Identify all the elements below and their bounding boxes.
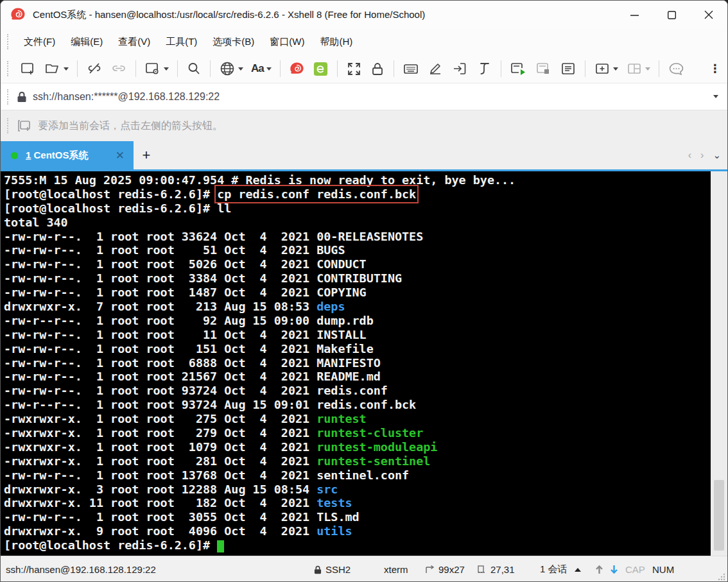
xftp-logo-icon[interactable]: [309, 58, 332, 80]
more-options-icon[interactable]: ⋮: [709, 62, 721, 76]
tab-scroll-right-icon[interactable]: ›: [700, 150, 704, 161]
menu-item[interactable]: 窗口(W): [262, 33, 312, 51]
terminal-line: drwxrwxr-x. 7 root root 213 Aug 15 08:53…: [4, 300, 711, 314]
session-properties-dropdown-icon[interactable]: [164, 67, 169, 71]
terminal-scrollbar[interactable]: [711, 171, 727, 556]
fullscreen-icon[interactable]: [343, 58, 365, 80]
disconnect-icon[interactable]: [83, 58, 106, 79]
session-list-icon[interactable]: [575, 568, 581, 572]
terminal-line: -rw-rw-r--. 1 root root 93724 Oct 4 2021…: [4, 384, 711, 398]
minimize-button[interactable]: [616, 1, 653, 29]
terminal-line: -rw-rw-r--. 1 root root 51 Oct 4 2021 BU…: [4, 243, 711, 257]
file-name: CONTRIBUTING: [316, 271, 402, 285]
addressbar-drag-handle[interactable]: [7, 89, 11, 105]
menubar-drag-handle[interactable]: [7, 34, 11, 49]
address-lock-icon: [16, 90, 28, 103]
session-properties-icon[interactable]: [141, 58, 172, 79]
screen-size-icon: [424, 565, 435, 575]
stop-script-icon[interactable]: [532, 58, 555, 79]
new-session-icon[interactable]: [17, 58, 40, 79]
terminal-line: -rwxrwxr-x. 1 root root 275 Oct 4 2021 r…: [4, 412, 711, 426]
address-url[interactable]: ssh://hansen:******@192.168.128.129:22: [33, 91, 220, 103]
font-label: Aa: [251, 62, 264, 75]
terminal-line: drwxrwxr-x. 9 root root 4096 Oct 4 2021 …: [4, 524, 711, 538]
menu-item[interactable]: 帮助(H): [312, 33, 360, 51]
scrollbar-thumb[interactable]: [714, 480, 724, 551]
file-name: BUGS: [316, 243, 345, 257]
file-name: dump.rdb: [316, 314, 374, 327]
split-pane-dropdown-icon[interactable]: [645, 67, 650, 71]
file-name: runtest-moduleapi: [316, 440, 437, 454]
file-name: tests: [316, 496, 352, 509]
font-dropdown-icon[interactable]: [266, 67, 272, 71]
tab-label: 1 CentOS系统: [26, 150, 89, 162]
new-tab-button[interactable]: +: [134, 141, 159, 169]
menu-item[interactable]: 工具(T): [158, 33, 205, 51]
status-num-lock: NUM: [652, 556, 674, 582]
compose-pane-icon[interactable]: [424, 58, 447, 79]
split-pane-icon[interactable]: [623, 58, 654, 79]
menu-item[interactable]: 文件(F): [16, 33, 63, 51]
menu-item[interactable]: 选项卡(B): [205, 33, 262, 51]
new-tab-dropdown-icon[interactable]: [613, 67, 618, 71]
tab-bar: 1 CentOS系统 ✕ + ‹ › ⌄: [1, 141, 727, 169]
scroll-up-icon[interactable]: [594, 564, 604, 575]
file-name: README.md: [316, 370, 381, 383]
title-bar: CentOS系统 - hansen@localhost:/usr/local/s…: [1, 1, 727, 29]
terminal-line: [root@localhost redis-6.2.6]#: [4, 538, 711, 552]
encoding-globe-icon[interactable]: [216, 58, 247, 80]
add-session-hint-icon: [16, 118, 33, 133]
terminal-line: -rw-r--r--. 1 root root 92 Aug 15 09:00 …: [4, 314, 711, 328]
menu-item[interactable]: 查看(V): [110, 33, 158, 51]
file-name: redis.conf.bck: [316, 398, 416, 411]
terminal-line: [root@localhost redis-6.2.6]# ll: [4, 201, 711, 216]
tab-close-icon[interactable]: ✕: [113, 149, 127, 162]
terminal-line: -rw-rw-r--. 1 root root 13768 Oct 4 2021…: [4, 468, 711, 483]
terminal-line: [root@localhost redis-6.2.6]# cp redis.c…: [4, 187, 711, 201]
file-name: sentinel.conf: [316, 468, 409, 482]
open-session-dropdown-icon[interactable]: [64, 67, 69, 71]
open-session-icon[interactable]: [41, 58, 72, 79]
address-bar[interactable]: ssh://hansen:******@192.168.128.129:22: [1, 83, 727, 110]
encoding-dropdown-icon[interactable]: [238, 67, 243, 71]
terminal-line: -rw-rw-r--. 1 root root 1487 Oct 4 2021 …: [4, 286, 711, 300]
font-icon[interactable]: Aa: [248, 60, 275, 78]
status-protocol: SSH2: [313, 556, 351, 582]
menu-item[interactable]: 编辑(E): [63, 33, 110, 51]
new-tab-icon[interactable]: [591, 58, 621, 79]
address-dropdown-icon[interactable]: [713, 95, 718, 98]
terminal-line: -rw-rw-r--. 1 root root 11 Oct 4 2021 IN…: [4, 328, 711, 342]
find-icon[interactable]: [183, 58, 205, 79]
file-name: src: [316, 483, 338, 496]
terminal-line: drwxrwxr-x. 11 root root 182 Oct 4 2021 …: [4, 496, 711, 510]
quick-command-icon[interactable]: [472, 58, 496, 79]
menu-bar: 文件(F) 编辑(E) 查看(V) 工具(T) 选项卡(B) 窗口(W) 帮助(…: [1, 29, 727, 55]
chat-icon[interactable]: [664, 58, 688, 80]
status-session-count[interactable]: 1 会话: [540, 556, 581, 582]
log-icon[interactable]: [557, 58, 580, 79]
resize-grip[interactable]: [717, 572, 726, 581]
cursor-position-icon: [477, 565, 487, 574]
send-input-icon[interactable]: [448, 58, 471, 79]
terminal-line: -rwxrwxr-x. 1 root root 279 Oct 4 2021 r…: [4, 426, 711, 440]
lock-screen-icon[interactable]: [367, 58, 388, 80]
run-script-icon[interactable]: [507, 58, 530, 79]
scroll-down-icon[interactable]: [609, 564, 619, 575]
toolbar-drag-handle[interactable]: [7, 61, 11, 76]
virtual-keyboard-icon[interactable]: [399, 58, 422, 79]
infobar-drag-handle[interactable]: [7, 118, 11, 133]
reconnect-icon[interactable]: [107, 58, 130, 79]
tab-centos[interactable]: 1 CentOS系统 ✕: [1, 141, 134, 169]
maximize-button[interactable]: [653, 1, 690, 29]
ssh-lock-icon: [313, 565, 322, 575]
tab-scroll-left-icon[interactable]: ‹: [688, 150, 691, 161]
tab-list-dropdown-icon[interactable]: ⌄: [713, 150, 721, 161]
close-button[interactable]: [690, 1, 727, 29]
terminal-line: -rw-rw-r--. 1 root root 6888 Oct 4 2021 …: [4, 356, 711, 370]
terminal-screen[interactable]: 7555:M 15 Aug 2025 09:00:47.954 # Redis …: [1, 171, 711, 556]
terminal-line: -rw-rw-r--. 1 root root 33624 Oct 4 2021…: [4, 230, 711, 244]
xshell-logo-icon[interactable]: [286, 58, 308, 80]
info-message: 要添加当前会话，点击左侧的箭头按钮。: [38, 119, 223, 133]
status-caps-lock: CAP: [625, 556, 645, 582]
file-name: TLS.md: [316, 510, 359, 524]
